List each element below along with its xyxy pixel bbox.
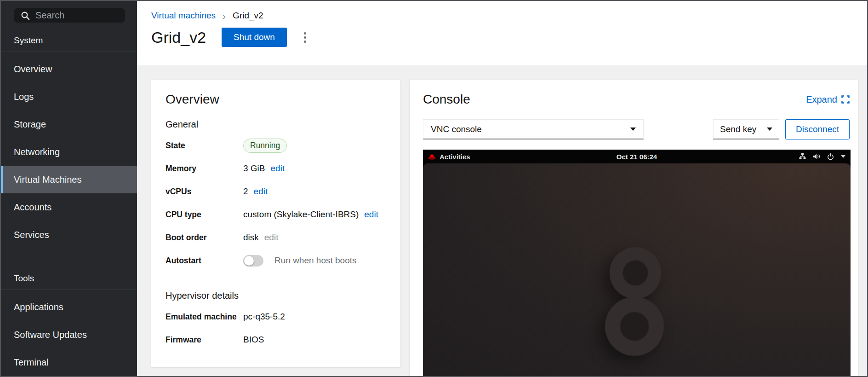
boot-order-label: Boot order <box>166 233 243 243</box>
app-window: System Overview Logs Storage Networking … <box>0 0 868 377</box>
vnc-system-tray[interactable] <box>799 153 845 160</box>
sidebar-item-applications[interactable]: Applications <box>1 293 137 321</box>
expand-link-label: Expand <box>806 94 837 105</box>
boot-order-edit-link: edit <box>264 232 279 243</box>
expand-link[interactable]: Expand <box>806 94 850 105</box>
firmware-label: Firmware <box>166 335 243 345</box>
sidebar-item-accounts[interactable]: Accounts <box>1 193 137 221</box>
activities-button[interactable]: Activities <box>428 153 470 161</box>
console-card: Console Expand VNC console <box>410 80 858 376</box>
autostart-toggle[interactable] <box>243 255 263 267</box>
status-badge: Running <box>243 139 287 153</box>
vnc-desktop[interactable] <box>423 163 851 376</box>
overview-card: Overview General State Running Memory 3 … <box>151 80 400 367</box>
vcpus-edit-link[interactable]: edit <box>254 186 268 197</box>
sidebar-list-tools: Applications Software Updates Terminal <box>1 290 137 376</box>
cpu-type-value: custom (Skylake-Client-IBRS) <box>243 209 359 220</box>
sidebar-list-system: Overview Logs Storage Networking Virtual… <box>1 52 137 249</box>
main-area: Virtual machines › Grid_v2 Grid_v2 Shut … <box>137 1 867 376</box>
vnc-top-bar: Activities Oct 21 06:24 <box>423 150 851 163</box>
activities-label: Activities <box>440 153 470 161</box>
red-hat-icon <box>428 154 436 160</box>
network-icon <box>799 153 806 160</box>
general-details: State Running Memory 3 GiB edit vCPUs 2 <box>166 134 386 272</box>
title-row: Grid_v2 Shut down <box>151 28 853 47</box>
overview-card-title: Overview <box>166 92 386 107</box>
expand-icon <box>841 95 850 104</box>
page-title: Grid_v2 <box>151 29 206 46</box>
sidebar-item-services[interactable]: Services <box>1 221 137 249</box>
send-key-label: Send key <box>720 124 756 134</box>
hypervisor-section-title: Hypervisor details <box>166 290 386 301</box>
vnc-clock[interactable]: Oct 21 06:24 <box>617 153 657 161</box>
kebab-menu-icon[interactable] <box>299 28 312 47</box>
emulated-machine-label: Emulated machine <box>166 312 243 322</box>
sidebar-item-virtual-machines[interactable]: Virtual Machines <box>1 166 137 193</box>
sidebar-item-networking[interactable]: Networking <box>1 138 137 166</box>
boot-order-row: Boot order disk edit <box>166 226 386 249</box>
memory-edit-link[interactable]: edit <box>271 163 285 174</box>
cpu-type-label: CPU type <box>166 210 243 220</box>
console-type-select[interactable]: VNC console <box>423 119 644 139</box>
console-type-value: VNC console <box>431 124 482 134</box>
vcpus-value: 2 <box>243 186 248 197</box>
search-input[interactable] <box>35 10 118 21</box>
caret-down-icon <box>767 128 772 131</box>
state-row: State Running <box>166 134 386 157</box>
chevron-right-icon: › <box>223 11 226 21</box>
vcpus-label: vCPUs <box>166 187 243 197</box>
page-header: Virtual machines › Grid_v2 Grid_v2 Shut … <box>137 1 867 65</box>
memory-row: Memory 3 GiB edit <box>166 157 386 180</box>
sidebar-item-logs[interactable]: Logs <box>1 83 137 110</box>
search-box[interactable] <box>14 8 125 23</box>
volume-icon <box>813 153 820 160</box>
search-icon <box>21 11 30 20</box>
sidebar-item-software-updates[interactable]: Software Updates <box>1 321 137 348</box>
sidebar-section-tools: Tools <box>1 261 137 290</box>
vnc-wallpaper <box>423 163 851 376</box>
sidebar-item-terminal[interactable]: Terminal <box>1 348 137 376</box>
cpu-type-row: CPU type custom (Skylake-Client-IBRS) ed… <box>166 203 386 226</box>
shut-down-button[interactable]: Shut down <box>222 28 287 47</box>
console-card-title: Console <box>423 92 470 107</box>
cpu-type-edit-link[interactable]: edit <box>364 209 378 220</box>
sidebar-item-overview[interactable]: Overview <box>1 55 137 83</box>
console-controls: VNC console Send key Disconnect <box>423 119 850 139</box>
firmware-value: BIOS <box>243 335 264 345</box>
power-icon <box>827 153 834 160</box>
breadcrumb-current: Grid_v2 <box>233 11 263 21</box>
sidebar-section-system: System <box>1 23 137 52</box>
emulated-machine-row: Emulated machine pc-q35-5.2 <box>166 305 386 328</box>
tray-caret-down-icon <box>841 155 845 158</box>
state-label: State <box>166 141 243 151</box>
autostart-help-text: Run when host boots <box>274 255 357 266</box>
boot-order-value: disk <box>243 232 259 243</box>
sidebar: System Overview Logs Storage Networking … <box>1 1 137 376</box>
page-content: Overview General State Running Memory 3 … <box>137 65 867 376</box>
vcpus-row: vCPUs 2 edit <box>166 180 386 203</box>
caret-down-icon <box>630 128 636 131</box>
memory-value: 3 GiB <box>243 163 265 174</box>
autostart-label: Autostart <box>166 256 243 266</box>
hypervisor-details: Emulated machine pc-q35-5.2 Firmware BIO… <box>166 305 386 351</box>
memory-label: Memory <box>166 164 243 174</box>
firmware-row: Firmware BIOS <box>166 328 386 351</box>
vnc-viewer[interactable]: Activities Oct 21 06:24 <box>423 150 851 376</box>
sidebar-item-storage[interactable]: Storage <box>1 110 137 138</box>
wallpaper-numeral-8 <box>605 247 669 357</box>
emulated-machine-value: pc-q35-5.2 <box>243 312 285 322</box>
breadcrumb-virtual-machines[interactable]: Virtual machines <box>151 11 216 21</box>
send-key-dropdown[interactable]: Send key <box>713 119 779 139</box>
general-section-title: General <box>166 119 386 130</box>
autostart-row: Autostart Run when host boots <box>166 249 386 272</box>
disconnect-button[interactable]: Disconnect <box>785 119 850 139</box>
breadcrumb: Virtual machines › Grid_v2 <box>151 11 853 21</box>
